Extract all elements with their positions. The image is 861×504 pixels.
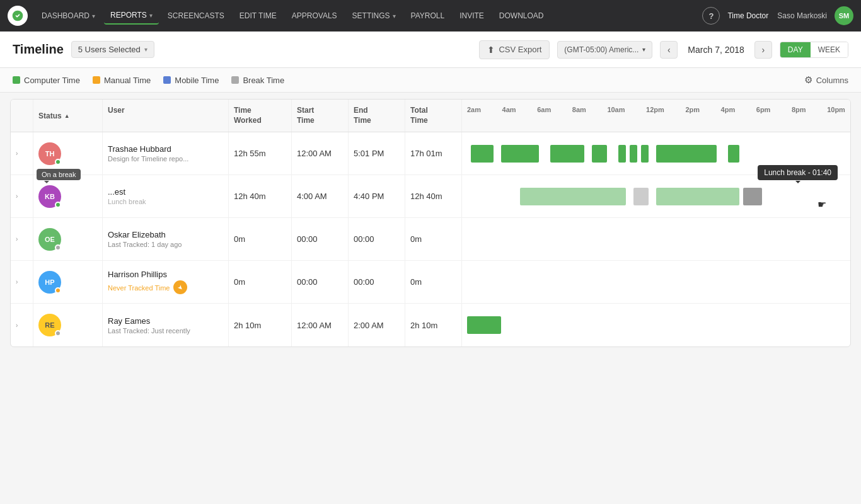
row-user-info: Trashae Hubbard Design for Timeline repo… [103, 132, 229, 175]
chevron-right-icon: › [16, 150, 18, 157]
header-bar: Timeline 5 Users Selected ▾ ⬆ CSV Export… [0, 32, 861, 68]
chevron-right-icon: › [16, 278, 18, 285]
time-2pm: 2pm [685, 106, 700, 113]
nav-download[interactable]: DOWNLOAD [493, 8, 550, 24]
manual-time-dot [93, 76, 100, 84]
avatar: OE [38, 228, 61, 251]
row-end-time: 5:01 PM [349, 132, 405, 175]
user-sub: Lunch break [108, 198, 146, 205]
logo[interactable] [8, 6, 28, 26]
user-avatar[interactable]: SM [835, 6, 853, 25]
timeline-bar [656, 188, 739, 205]
nav-reports[interactable]: REPORTS ▾ [104, 7, 159, 25]
row-total-time: 2h 10m [405, 304, 462, 346]
user-sub-never: Never Tracked Time [108, 284, 170, 292]
chevron-right-icon: › [16, 322, 18, 329]
time-8am: 8am [572, 106, 586, 113]
status-dot [55, 287, 61, 294]
avatar: TH [38, 142, 61, 165]
row-total-time: 0m [405, 218, 462, 260]
row-timeline [462, 218, 850, 260]
row-time-worked: 12h 55m [229, 132, 292, 175]
nav-edit-time[interactable]: EDIT TIME [233, 8, 283, 24]
table-row: › KB On a break ...est Lunch break 12h 4… [11, 175, 850, 218]
users-selected-button[interactable]: 5 Users Selected ▾ [71, 41, 154, 58]
row-end-time: 2:00 AM [349, 304, 405, 346]
time-10am: 10am [607, 106, 625, 113]
row-start-time: 00:00 [292, 218, 349, 260]
header-start-time: StartTime [292, 100, 349, 132]
help-button[interactable]: ? [702, 7, 720, 25]
brand-label: Time Doctor [727, 11, 768, 20]
timeline-bar [656, 145, 717, 163]
legend-mobile-time: Mobile Time [163, 76, 219, 85]
nav-approvals[interactable]: APPROVALS [286, 8, 344, 24]
nav-screencasts[interactable]: SCREENCASTS [161, 8, 231, 24]
timeline-bar [501, 145, 539, 163]
legend-bar: Computer Time Manual Time Mobile Time Br… [0, 68, 861, 93]
columns-label: Columns [816, 76, 848, 85]
row-user-info: Harrison Phillips Never Tracked Time ➤ [103, 261, 229, 303]
timeline-bar [592, 145, 607, 163]
nav-invite[interactable]: INVITE [453, 8, 490, 24]
header-expand [11, 100, 33, 132]
table-row: › OE Oskar Elizebath Last Tracked: 1 day… [11, 218, 850, 261]
header-status[interactable]: Status ▲ [33, 100, 103, 132]
row-expand[interactable]: › [11, 218, 33, 260]
nav-payroll[interactable]: PAYROLL [405, 8, 451, 24]
row-avatar-cell: HP [33, 261, 103, 303]
header-total-time: TotalTime [405, 100, 462, 132]
row-timeline [462, 304, 850, 346]
columns-button[interactable]: ⚙ Columns [804, 74, 848, 86]
row-start-time: 00:00 [292, 261, 349, 303]
row-avatar-cell: KB On a break [33, 175, 103, 217]
chevron-down-icon: ▾ [92, 13, 95, 20]
timeline-bar [520, 188, 626, 205]
row-avatar-cell: TH [33, 132, 103, 175]
chevron-right-icon: › [16, 193, 18, 200]
timeline-bar [550, 145, 584, 163]
csv-export-button[interactable]: ⬆ CSV Export [479, 40, 550, 59]
day-week-toggle: DAY WEEK [780, 42, 848, 58]
legend-computer-time: Computer Time [13, 76, 80, 85]
table-row: › RE Ray Eames Last Tracked: Just recent… [11, 304, 850, 346]
row-expand[interactable]: › [11, 304, 33, 346]
row-total-time: 12h 40m [405, 175, 462, 217]
send-invite-button[interactable]: ➤ [173, 280, 187, 294]
header-time-worked: TimeWorked [229, 100, 292, 132]
time-2am: 2am [467, 106, 481, 113]
row-user-info: ...est Lunch break [103, 175, 229, 217]
next-date-button[interactable]: › [754, 41, 772, 59]
chevron-down-icon: ▾ [144, 46, 147, 53]
row-timeline: Lunch break - 01:40 ☛ [462, 175, 850, 217]
gear-icon: ⚙ [804, 74, 812, 86]
chevron-down-icon: ▾ [393, 13, 396, 20]
legend-manual-time: Manual Time [93, 76, 151, 85]
prev-date-button[interactable]: ‹ [660, 41, 678, 59]
week-toggle-button[interactable]: WEEK [811, 42, 848, 57]
tooltip-box: Lunch break - 01:40 [758, 165, 838, 180]
mobile-time-label: Mobile Time [175, 76, 219, 85]
nav-dashboard[interactable]: DASHBOARD ▾ [35, 8, 101, 24]
row-expand[interactable]: › [11, 175, 33, 217]
chevron-right-icon: › [16, 236, 18, 243]
row-start-time: 12:00 AM [292, 132, 349, 175]
timezone-selector[interactable]: (GMT-05:00) Americ... ▾ [557, 41, 652, 59]
row-time-worked: 0m [229, 261, 292, 303]
table-row: › HP Harrison Phillips Never Tracked Tim… [11, 261, 850, 304]
day-toggle-button[interactable]: DAY [780, 42, 811, 57]
time-12pm: 12pm [646, 106, 664, 113]
avatar: KB [38, 185, 61, 208]
timeline-bar [467, 316, 501, 334]
nav-settings[interactable]: SETTINGS ▾ [346, 8, 402, 24]
row-end-time: 00:00 [349, 218, 405, 260]
row-avatar-cell: RE [33, 304, 103, 346]
timeline-bar [618, 145, 626, 163]
row-time-worked: 2h 10m [229, 304, 292, 346]
computer-time-label: Computer Time [24, 76, 80, 85]
row-total-time: 0m [405, 261, 462, 303]
row-timeline [462, 261, 850, 303]
row-total-time: 17h 01m [405, 132, 462, 175]
row-expand[interactable]: › [11, 261, 33, 303]
row-expand[interactable]: › [11, 132, 33, 175]
